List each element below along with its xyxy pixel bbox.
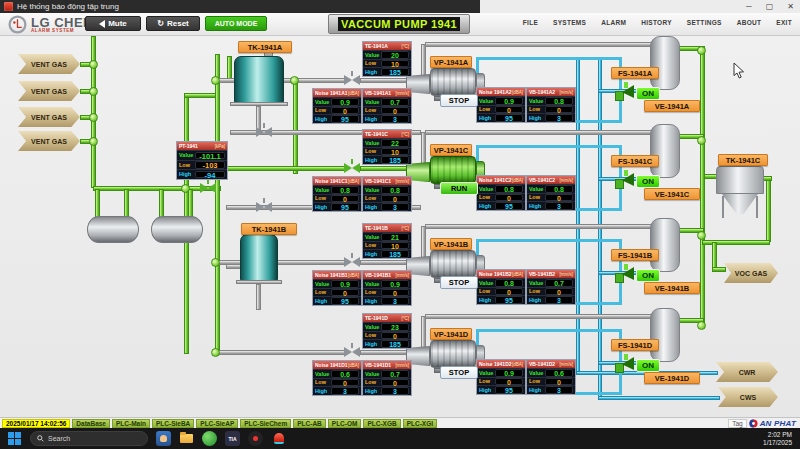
decor: Low	[479, 194, 494, 200]
decor: Value	[365, 99, 380, 105]
decor: [mm/s]	[396, 363, 410, 368]
decor: Value0.9	[363, 279, 411, 288]
decor: Low	[365, 107, 380, 113]
decor: Low10	[363, 241, 411, 250]
decor: Low0	[527, 377, 575, 386]
taskbar-alarm-app-icon[interactable]	[271, 431, 286, 446]
decor: Low	[315, 107, 330, 113]
decor	[352, 257, 360, 267]
decor: 0	[381, 332, 409, 340]
fs-tag-label: FS-1941B	[611, 249, 659, 261]
maximize-icon[interactable]: ▢	[766, 2, 774, 11]
decor: [mm/s]	[560, 362, 574, 367]
decor	[181, 184, 190, 193]
taskbar-clock[interactable]: 2:02 PM 1/17/2025	[763, 431, 792, 447]
decor: Low	[529, 378, 544, 384]
decor: VB-1941D1[mm/s]	[363, 361, 411, 369]
auto-mode-button[interactable]: AUTO MODE	[205, 16, 267, 31]
tank-label-tkc: TK-1941C	[718, 154, 768, 166]
menu-exit[interactable]: EXIT	[776, 19, 792, 26]
decor: High3	[363, 114, 411, 123]
decor: 185	[381, 156, 409, 164]
fs-state-button[interactable]: ON	[636, 175, 660, 188]
decor: 0	[495, 194, 523, 202]
decor: High	[365, 251, 380, 257]
decor: Low0	[527, 193, 575, 202]
decor: 0.8	[495, 279, 523, 287]
minimize-icon[interactable]: ─	[746, 2, 752, 11]
decor: Low	[529, 106, 544, 112]
decor: High	[365, 341, 380, 347]
pump-state-button[interactable]: STOP	[440, 94, 478, 107]
pipe-suction	[215, 350, 346, 355]
decor: 22	[381, 139, 409, 147]
decor: [mm/s]	[560, 272, 574, 277]
taskbar-tia-portal-icon[interactable]: TIA	[225, 431, 240, 446]
decor: VB-1941D1	[365, 362, 391, 368]
fs-state-button[interactable]: ON	[636, 269, 660, 282]
pipe-discharge	[425, 42, 653, 47]
decor	[211, 258, 220, 267]
search-input[interactable]: Search	[30, 431, 148, 446]
decor: AN PHAT	[760, 419, 796, 428]
decor: 95	[495, 296, 523, 304]
decor: Noise 1941A2	[479, 89, 512, 95]
vibration-box-2: VB-1941A2[mm/s] Value0.8 Low0 High3	[526, 87, 576, 123]
menu-settings[interactable]: SETTINGS	[687, 19, 722, 26]
vibration-box-2: VB-1941C2[mm/s] Value0.8 Low0 High3	[526, 175, 576, 211]
close-icon[interactable]: ✕	[787, 2, 794, 11]
decor: 0	[331, 379, 359, 387]
decor: [mm/s]	[560, 90, 574, 95]
menu-file[interactable]: FILE	[523, 19, 538, 26]
decor: VB-1941B2	[529, 271, 555, 277]
menu-alarm[interactable]: ALARM	[601, 19, 626, 26]
menu-history[interactable]: HISTORY	[641, 19, 672, 26]
pump-state-button[interactable]: RUN	[440, 182, 478, 195]
decor: 10	[381, 242, 409, 250]
buffer-tank-2	[151, 216, 203, 243]
decor: Value0.9	[313, 279, 361, 288]
decor: VACCUM PUMP 1941	[338, 17, 460, 31]
pump-state-button[interactable]: STOP	[440, 276, 478, 289]
plc-status-badge: PLC-SieAP	[196, 419, 238, 428]
decor: 1/17/2025	[763, 439, 792, 447]
decor: Noise 1941C2[dBA]	[477, 176, 525, 184]
decor: Value	[315, 99, 330, 105]
decor: [dBA]	[512, 90, 523, 95]
decor: 0.9	[331, 98, 359, 106]
taskbar-app-person-icon[interactable]	[156, 431, 171, 446]
decor	[253, 436, 258, 441]
decor: Noise 1941D2	[479, 361, 512, 367]
taskbar-file-explorer-icon[interactable]	[179, 431, 194, 446]
decor: PT-1941	[179, 143, 198, 149]
decor: Low	[365, 60, 380, 66]
pump-state-button[interactable]: STOP	[440, 366, 478, 379]
decor: High	[479, 115, 494, 121]
decor: 3	[545, 386, 573, 394]
menu-systems[interactable]: SYSTEMS	[553, 19, 586, 26]
fs-valve-icon	[615, 264, 637, 284]
decor: 0.7	[381, 370, 409, 378]
reset-button[interactable]: ↻Reset	[146, 16, 200, 31]
decor: [°C]	[401, 44, 409, 49]
fs-state-button[interactable]: ON	[636, 359, 660, 372]
start-button-icon[interactable]	[8, 432, 22, 446]
tank-tka	[234, 56, 284, 104]
taskbar-app-globe-icon[interactable]	[202, 431, 217, 446]
decor: VB-1941A1[mm/s]	[363, 89, 411, 97]
decor	[211, 76, 220, 85]
taskbar-app-record-icon[interactable]	[248, 431, 263, 446]
plc-status-badge: PLC-XGI	[403, 419, 437, 428]
window-controls: ─ ▢ ✕	[746, 0, 794, 13]
fs-state-button[interactable]: ON	[636, 87, 660, 100]
decor: 0.9	[381, 280, 409, 288]
decor: [mm/s]	[396, 179, 410, 184]
cwr-label: CWR	[716, 362, 778, 382]
decor: High95	[477, 295, 525, 304]
ve-tag-label: VE-1941D	[644, 372, 700, 384]
decor: High-94	[177, 169, 227, 179]
mute-button[interactable]: Mute	[85, 16, 141, 31]
noise-box-2: Noise 1941A2[dBA] Value0.9 Low0 High95	[476, 87, 526, 123]
menu-about[interactable]: ABOUT	[737, 19, 762, 26]
pump-tag-label: VP-1941A	[430, 56, 472, 68]
